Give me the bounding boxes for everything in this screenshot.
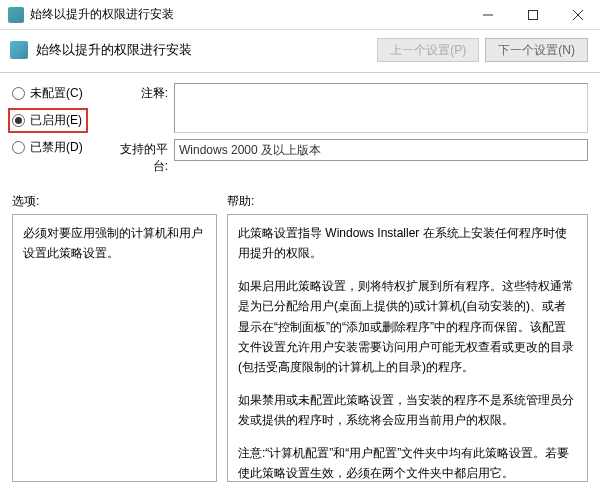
maximize-button[interactable] <box>510 0 555 30</box>
policy-icon <box>10 41 28 59</box>
options-text: 必须对要应用强制的计算机和用户设置此策略设置。 <box>23 223 206 264</box>
radio-icon <box>12 87 25 100</box>
previous-setting-button[interactable]: 上一个设置(P) <box>377 38 479 62</box>
radio-label: 已启用(E) <box>30 112 82 129</box>
radio-icon <box>12 141 25 154</box>
help-paragraph: 注意:“计算机配置”和“用户配置”文件夹中均有此策略设置。若要使此策略设置生效，… <box>238 443 577 482</box>
comment-label: 注释: <box>112 83 174 133</box>
fields-area: 注释: 支持的平台: Windows 2000 及以上版本 <box>112 83 588 181</box>
next-setting-button[interactable]: 下一个设置(N) <box>485 38 588 62</box>
radio-icon <box>12 114 25 127</box>
header-bar: 始终以提升的权限进行安装 上一个设置(P) 下一个设置(N) <box>0 30 600 73</box>
titlebar: 始终以提升的权限进行安装 <box>0 0 600 30</box>
radio-group: 未配置(C) 已启用(E) 已禁用(D) <box>12 83 112 181</box>
help-paragraph: 如果禁用或未配置此策略设置，当安装的程序不是系统管理员分发或提供的程序时，系统将… <box>238 390 577 431</box>
options-panel: 必须对要应用强制的计算机和用户设置此策略设置。 <box>12 214 217 482</box>
config-area: 未配置(C) 已启用(E) 已禁用(D) 注释: 支持的平台: Windows … <box>0 73 600 189</box>
help-paragraph: 此策略设置指导 Windows Installer 在系统上安装任何程序时使用提… <box>238 223 577 264</box>
help-column: 帮助: 此策略设置指导 Windows Installer 在系统上安装任何程序… <box>227 189 588 486</box>
window-title: 始终以提升的权限进行安装 <box>30 6 465 23</box>
help-panel[interactable]: 此策略设置指导 Windows Installer 在系统上安装任何程序时使用提… <box>227 214 588 482</box>
radio-label: 未配置(C) <box>30 85 83 102</box>
radio-disabled[interactable]: 已禁用(D) <box>12 139 112 156</box>
radio-label: 已禁用(D) <box>30 139 83 156</box>
radio-not-configured[interactable]: 未配置(C) <box>12 85 112 102</box>
policy-title: 始终以提升的权限进行安装 <box>36 41 371 59</box>
options-label: 选项: <box>12 193 217 210</box>
close-button[interactable] <box>555 0 600 30</box>
lower-area: 选项: 必须对要应用强制的计算机和用户设置此策略设置。 帮助: 此策略设置指导 … <box>0 189 600 486</box>
platform-value: Windows 2000 及以上版本 <box>174 139 588 161</box>
help-label: 帮助: <box>227 193 588 210</box>
comment-input[interactable] <box>174 83 588 133</box>
platform-label: 支持的平台: <box>112 139 174 175</box>
help-paragraph: 如果启用此策略设置，则将特权扩展到所有程序。这些特权通常是为已分配给用户(桌面上… <box>238 276 577 378</box>
app-icon <box>8 7 24 23</box>
selected-highlight: 已启用(E) <box>8 108 88 133</box>
options-column: 选项: 必须对要应用强制的计算机和用户设置此策略设置。 <box>12 189 217 486</box>
minimize-button[interactable] <box>465 0 510 30</box>
radio-enabled[interactable]: 已启用(E) <box>12 112 112 129</box>
svg-rect-1 <box>528 10 537 19</box>
